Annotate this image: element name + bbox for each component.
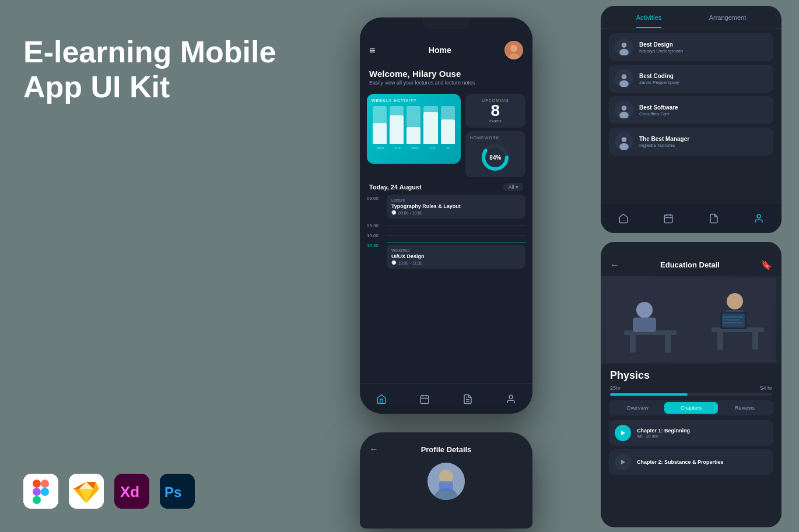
- svg-marker-64: [621, 460, 625, 464]
- svg-rect-55: [752, 332, 758, 350]
- activities-panel-bottom-nav: [601, 203, 782, 233]
- figma-icon[interactable]: [23, 474, 58, 509]
- nav-home[interactable]: [371, 389, 392, 410]
- week-days: Mon Tue Wed Thu Fri: [372, 146, 456, 150]
- nav-notes[interactable]: [457, 389, 478, 410]
- nav-profile[interactable]: [500, 389, 521, 410]
- chapter-list: Chapter 1: Beginning 4/6 - 20 min Chapte…: [601, 420, 782, 475]
- act-nav-calendar[interactable]: [658, 208, 679, 229]
- chapter-1-info: Chapter 1: Beginning 4/6 - 20 min: [637, 428, 768, 438]
- list-item[interactable]: The Best Manager Ingredia Nutrisha: [609, 128, 773, 156]
- phone-main: ≡ Home Welcome, Hilary Ouse Easily view …: [360, 17, 532, 414]
- chapter-2-info: Chapter 2: Substance & Properties: [637, 459, 768, 466]
- bar-chart: [372, 106, 456, 144]
- activity-sub-3: Ingredia Nutrisha: [639, 143, 768, 148]
- edu-bookmark-icon[interactable]: 🔖: [761, 259, 772, 270]
- list-item[interactable]: Chapter 1: Beginning 4/6 - 20 min: [609, 420, 773, 446]
- svg-rect-52: [633, 318, 656, 332]
- svg-point-5: [41, 488, 49, 496]
- time-label-1000: 10:00: [367, 232, 383, 238]
- act-nav-home[interactable]: [613, 208, 634, 229]
- edu-progress-fill: [610, 393, 688, 396]
- event-lecture[interactable]: Lecture Typography Rules & Layout 🕐 09:0…: [387, 195, 525, 219]
- svg-rect-59: [722, 313, 745, 327]
- chapter-2-name: Chapter 2: Substance & Properties: [637, 459, 768, 465]
- edu-progress-end: 54 hr: [760, 385, 772, 391]
- svg-rect-2: [41, 480, 49, 488]
- edu-progress-row: 25hr 54 hr: [601, 385, 782, 391]
- svg-point-51: [636, 302, 653, 318]
- filter-all-button[interactable]: All ▾: [503, 183, 523, 191]
- event-name-uiux: UI/UX Design: [391, 253, 521, 259]
- weekly-activity-card: WEEKLY ACTIVITY: [367, 94, 461, 164]
- xd-icon[interactable]: Xd: [114, 474, 149, 509]
- svg-rect-49: [630, 335, 636, 353]
- list-item[interactable]: Chapter 2: Substance & Properties: [609, 449, 773, 475]
- activity-avatar-0: [615, 38, 633, 57]
- list-item[interactable]: Best Software Chauffina Carr: [609, 96, 773, 124]
- user-avatar[interactable]: [504, 41, 523, 59]
- schedule-header: Today, 24 August All ▾: [360, 177, 532, 195]
- activity-sub-2: Chauffina Carr: [639, 111, 768, 117]
- svg-point-35: [619, 49, 629, 55]
- tab-overview[interactable]: Overview: [611, 402, 664, 414]
- list-item[interactable]: Best Coding Jarvis Pepperspray: [609, 65, 773, 93]
- event-type-workshop: Workshop: [391, 248, 521, 252]
- hamburger-icon[interactable]: ≡: [369, 44, 376, 57]
- event-time-lecture: 🕐 09:00 - 10:00: [391, 210, 521, 215]
- upcoming-count: 8: [470, 103, 521, 119]
- tab-arrangement[interactable]: Arrangement: [709, 14, 747, 28]
- tab-activities[interactable]: Activities: [636, 14, 661, 28]
- list-item[interactable]: Best Design Natalya Undergrowth: [609, 33, 773, 61]
- edu-back-icon[interactable]: ←: [610, 260, 619, 270]
- timeline-divider-1000: [387, 235, 525, 236]
- activity-name-3: The Best Manager: [639, 136, 768, 142]
- ps-icon[interactable]: Ps: [160, 474, 195, 509]
- bar-tue: [390, 106, 404, 144]
- bar-thu: [423, 106, 437, 144]
- welcome-section: Welcome, Hilary Ouse Easily view all you…: [360, 64, 532, 91]
- phone-notch: [423, 17, 469, 29]
- svg-rect-3: [33, 488, 41, 496]
- time-row-1000: 10:00: [367, 232, 525, 238]
- svg-point-46: [757, 214, 761, 218]
- svg-marker-63: [621, 431, 625, 435]
- sketch-icon[interactable]: [69, 474, 104, 509]
- tab-reviews[interactable]: Reviews: [718, 402, 772, 414]
- chapter-1-sub: 4/6 - 20 min: [637, 434, 768, 438]
- nav-calendar[interactable]: [414, 389, 435, 410]
- edu-illustration: [601, 276, 782, 364]
- act-nav-notes[interactable]: [703, 208, 724, 229]
- weekly-label: WEEKLY ACTIVITY: [372, 98, 456, 103]
- svg-rect-33: [439, 481, 453, 492]
- tab-chapters[interactable]: Chapters: [664, 402, 718, 414]
- activity-avatar-3: [615, 132, 633, 151]
- svg-point-39: [619, 112, 629, 118]
- act-nav-profile[interactable]: [748, 208, 769, 229]
- svg-point-41: [619, 143, 629, 150]
- activity-info-2: Best Software Chauffina Carr: [639, 104, 768, 117]
- activity-name-1: Best Coding: [639, 73, 768, 79]
- time-row-0900: 09:00 Lecture Typography Rules & Layout …: [367, 195, 525, 219]
- activity-info-0: Best Design Natalya Undergrowth: [639, 41, 768, 54]
- svg-point-19: [510, 45, 517, 52]
- activity-name-0: Best Design: [639, 41, 768, 48]
- activity-avatar-2: [615, 101, 633, 119]
- play-chapter-1-icon[interactable]: [615, 425, 631, 441]
- schedule-date: Today, 24 August: [369, 184, 422, 191]
- svg-rect-1: [33, 480, 41, 488]
- svg-point-29: [509, 395, 513, 399]
- svg-text:Xd: Xd: [120, 483, 139, 501]
- activities-tabs: Activities Arrangement: [601, 6, 782, 29]
- tool-icons-row: Xd Ps: [23, 474, 195, 509]
- activity-list: Best Design Natalya Undergrowth Best Cod…: [601, 29, 782, 164]
- edu-progress-bar: [610, 393, 772, 396]
- event-workshop[interactable]: Workshop UI/UX Design 🕐 10:30 - 11:30: [387, 245, 525, 269]
- upcoming-card: UPCOMING 8 exams: [465, 94, 525, 128]
- svg-rect-54: [717, 332, 723, 350]
- right-cards: UPCOMING 8 exams HOMEWORK 84%: [465, 94, 525, 177]
- play-chapter-2-icon[interactable]: [615, 454, 631, 470]
- phone-profile: ← Profile Details: [360, 432, 532, 529]
- profile-back-icon[interactable]: ←: [369, 444, 379, 455]
- welcome-name: Welcome, Hilary Ouse: [369, 69, 523, 79]
